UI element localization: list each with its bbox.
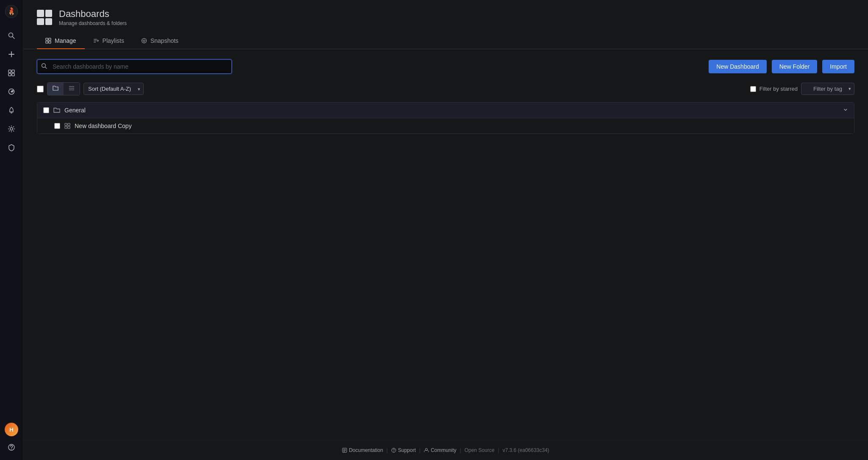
footer: Documentation | Support | Community | Op… (23, 440, 868, 460)
filter-row: Sort (Default A-Z) Filter by starred Fil… (37, 82, 854, 95)
tab-playlists[interactable]: Playlists (85, 33, 133, 49)
svg-point-24 (142, 39, 146, 43)
new-folder-button[interactable]: New Folder (772, 60, 818, 73)
dashboard-item-icon (64, 123, 70, 129)
svg-rect-16 (46, 38, 48, 40)
dashboard-list: General New dashboard Copy (37, 102, 854, 134)
tab-manage-label: Manage (55, 37, 76, 44)
sidebar: H (0, 0, 23, 460)
documentation-label: Documentation (349, 447, 383, 453)
documentation-icon (342, 448, 347, 453)
alerting-sidebar-icon[interactable] (3, 102, 20, 119)
version-label: v7.3.6 (ea06633c34) (503, 447, 549, 453)
page-header-icon (37, 10, 52, 25)
community-icon (424, 448, 429, 453)
view-toggle (47, 82, 80, 95)
svg-point-44 (393, 452, 394, 452)
user-avatar[interactable]: H (5, 423, 18, 436)
svg-rect-38 (68, 126, 70, 128)
import-button[interactable]: Import (822, 60, 854, 73)
content-area: New Dashboard New Folder Import (23, 49, 868, 440)
dashboards-sidebar-icon[interactable] (3, 64, 20, 81)
sort-select[interactable]: Sort (Default A-Z) (83, 83, 144, 95)
tab-snapshots-label: Snapshots (150, 37, 178, 44)
page-header-text: Dashboards Manage dashboards & folders (59, 8, 127, 26)
list-view-button[interactable] (64, 83, 80, 95)
page-header: Dashboards Manage dashboards & folders (23, 0, 868, 26)
filter-starred-wrap: Filter by starred (750, 86, 798, 92)
svg-point-11 (11, 91, 12, 92)
tab-playlists-label: Playlists (103, 37, 124, 44)
support-icon (391, 448, 396, 453)
folder-icon-general (53, 107, 60, 114)
svg-point-13 (10, 128, 13, 130)
svg-rect-37 (65, 126, 67, 128)
page-subtitle: Manage dashboards & folders (59, 20, 127, 26)
open-source-label: Open Source (465, 447, 495, 453)
svg-rect-35 (65, 123, 67, 125)
support-link[interactable]: Support (391, 447, 416, 453)
community-label: Community (431, 447, 456, 453)
svg-rect-17 (49, 38, 51, 40)
documentation-link[interactable]: Documentation (342, 447, 383, 453)
svg-rect-20 (94, 39, 97, 39)
folder-name-general: General (64, 107, 839, 114)
configuration-sidebar-icon[interactable] (3, 120, 20, 137)
svg-rect-19 (49, 41, 51, 43)
filter-tag-wrap: Filter by tag (801, 83, 854, 95)
svg-rect-6 (12, 70, 14, 72)
svg-rect-36 (68, 123, 70, 125)
explore-sidebar-icon[interactable] (3, 83, 20, 100)
search-box (37, 59, 232, 74)
tabs-nav: Manage Playlists Snapshots (23, 33, 868, 49)
sort-select-wrap: Sort (Default A-Z) (83, 83, 144, 95)
page-title: Dashboards (59, 8, 127, 20)
new-dashboard-button[interactable]: New Dashboard (709, 60, 766, 73)
shield-sidebar-icon[interactable] (3, 139, 20, 156)
svg-rect-7 (8, 73, 11, 76)
select-all-checkbox[interactable] (37, 86, 44, 92)
sidebar-bottom: H (3, 421, 20, 457)
main-content: Dashboards Manage dashboards & folders M… (23, 0, 868, 460)
dashboard-name-new-copy: New dashboard Copy (75, 123, 132, 129)
svg-rect-18 (46, 41, 48, 43)
dashboard-checkbox-new-copy[interactable] (54, 123, 60, 129)
svg-point-25 (143, 40, 145, 42)
toolbar: New Dashboard New Folder Import (37, 59, 854, 74)
svg-point-45 (426, 449, 428, 451)
folder-chevron-general (843, 107, 848, 114)
svg-rect-21 (94, 40, 97, 41)
snapshots-tab-icon (141, 38, 147, 44)
tab-manage[interactable]: Manage (37, 33, 85, 49)
manage-tab-icon (45, 38, 51, 44)
filter-starred-checkbox[interactable] (750, 86, 756, 92)
svg-rect-5 (8, 70, 11, 72)
add-sidebar-icon[interactable] (3, 46, 20, 63)
folder-view-button[interactable] (47, 83, 64, 95)
svg-point-15 (11, 449, 12, 450)
folder-checkbox-general[interactable] (43, 107, 49, 113)
folder-row-general[interactable]: General (37, 103, 854, 118)
community-link[interactable]: Community (424, 447, 456, 453)
svg-marker-23 (97, 39, 99, 42)
svg-line-2 (13, 37, 15, 39)
grafana-logo[interactable] (3, 3, 19, 20)
svg-rect-22 (94, 42, 96, 42)
support-label: Support (398, 447, 416, 453)
dashboard-row-new-copy[interactable]: New dashboard Copy (37, 118, 854, 134)
filter-tag-select[interactable]: Filter by tag (801, 83, 854, 95)
search-sidebar-icon[interactable] (3, 27, 20, 44)
tab-snapshots[interactable]: Snapshots (133, 33, 187, 49)
svg-rect-8 (12, 73, 14, 76)
help-sidebar-icon[interactable] (3, 439, 20, 456)
filter-starred-label: Filter by starred (760, 86, 798, 92)
search-input[interactable] (37, 59, 232, 74)
playlists-tab-icon (93, 38, 99, 44)
